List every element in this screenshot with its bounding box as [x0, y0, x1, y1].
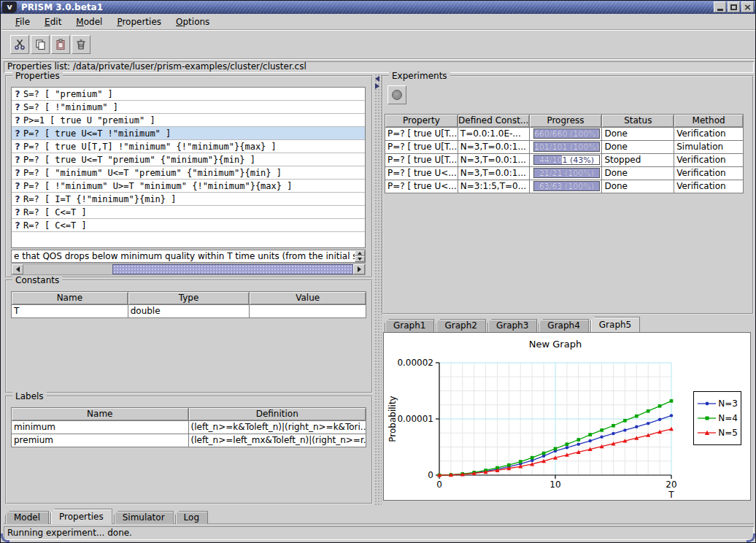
column-header[interactable]: Type	[128, 292, 250, 305]
status-bar: Running experiment... done.	[4, 526, 754, 540]
minimize-button[interactable]	[714, 1, 726, 12]
table-cell: minimum	[12, 421, 189, 434]
collapse-right-icon[interactable]	[375, 83, 379, 89]
scrollbar-track[interactable]	[23, 264, 353, 274]
cut-button[interactable]	[10, 35, 29, 54]
app-window: v PRISM 3.0.beta1 × FileEditModelPropert…	[0, 0, 756, 543]
tab-graph5[interactable]: Graph5	[590, 317, 640, 332]
column-header[interactable]: Property	[385, 115, 458, 128]
graph-panel: Graph1Graph2Graph3Graph4Graph5 00.000010…	[382, 316, 754, 504]
graph-tabrow: Graph1Graph2Graph3Graph4Graph5	[385, 316, 641, 332]
table-cell: P=? [ true U[T...	[385, 154, 458, 167]
property-text: P=? [ true U[T,T] !"minimum" {!"minimum"…	[23, 142, 277, 152]
legend-marker-icon	[697, 429, 716, 436]
table-cell: Verification	[674, 128, 744, 141]
close-button[interactable]: ×	[741, 1, 754, 12]
menu-item-edit[interactable]: Edit	[38, 15, 68, 28]
table-cell: P=? [ true U[T...	[385, 128, 458, 141]
property-question-icon: ?	[12, 142, 23, 152]
view-tabrow: ModelPropertiesSimulatorLog	[5, 509, 209, 524]
copy-button[interactable]	[31, 35, 50, 54]
label-row[interactable]: premium(left_n>=left_mx&Toleft_n)|(right…	[12, 434, 366, 447]
table-cell: N=3,T=0.0:1...	[458, 167, 530, 180]
column-header[interactable]: Name	[12, 408, 189, 421]
split-divider[interactable]	[374, 74, 382, 506]
window-menu-icon[interactable]: v	[2, 1, 17, 13]
window-resize-corner[interactable]	[747, 534, 755, 542]
progress-bar: 660/660 (100%)660/660 (100%)	[533, 128, 601, 139]
scrollbar-thumb[interactable]	[112, 264, 353, 274]
experiment-row[interactable]: P=? [ true U<...N=3:1:5,T=0...63/63 (100…	[385, 180, 744, 193]
scroll-left-button[interactable]	[12, 264, 23, 274]
experiment-row[interactable]: P=? [ true U<...N=3,T=0.0:1...21/21 (100…	[385, 167, 744, 180]
comment-spinner-up-button[interactable]	[355, 250, 365, 256]
collapse-left-icon[interactable]	[375, 76, 379, 82]
tab-log[interactable]: Log	[175, 511, 208, 524]
chevron-down-icon	[358, 258, 362, 261]
experiment-row[interactable]: P=? [ true U[T...N=3,T=0.0:1...101/101 (…	[385, 141, 744, 154]
svg-text:0: 0	[436, 480, 442, 490]
progress-text-overlay: 660/660 (100%)	[534, 129, 600, 138]
comment-spinner	[355, 250, 365, 262]
tab-graph1[interactable]: Graph1	[385, 319, 434, 332]
scroll-right-button[interactable]	[353, 264, 365, 274]
property-comment-field[interactable]: e that QOS drops below minimum quality w…	[11, 250, 366, 263]
paste-button[interactable]	[51, 35, 70, 54]
property-row[interactable]: ?P=? [ true U<=T !"minimum" ]	[12, 127, 365, 140]
property-row[interactable]: ?S=? [ "premium" ]	[12, 88, 365, 101]
column-header[interactable]: Value	[250, 292, 366, 305]
tab-simulator[interactable]: Simulator	[114, 511, 174, 524]
column-header[interactable]: Name	[12, 292, 128, 305]
tab-properties[interactable]: Properties	[50, 509, 112, 524]
menu-item-model[interactable]: Model	[69, 15, 109, 28]
property-row[interactable]: ?S=? [ !"minimum" ]	[12, 101, 365, 114]
constants-table: NameTypeValueTdouble	[11, 291, 366, 318]
property-row[interactable]: ?P>=1 [ true U "premium" ]	[12, 114, 365, 127]
experiment-row[interactable]: P=? [ true U[T...T=0.0:1.0E-...660/660 (…	[385, 128, 744, 141]
tab-model[interactable]: Model	[5, 511, 49, 524]
property-row[interactable]: ?R=? [ C<=T ]	[12, 219, 365, 232]
column-header[interactable]: Status	[602, 115, 674, 128]
menu-item-file[interactable]: File	[9, 15, 36, 28]
legend-label: N=3	[718, 398, 738, 409]
menu-item-properties[interactable]: Properties	[110, 15, 168, 28]
delete-button[interactable]	[72, 35, 90, 54]
comment-spinner-down-button[interactable]	[355, 256, 365, 262]
table-cell: T=0.0:1.0E-...	[458, 128, 530, 141]
experiment-row[interactable]: P=? [ true U[T...N=3,T=0.0:1...44/101 (4…	[385, 154, 744, 167]
property-row[interactable]: ?R=? [ C<=T ]	[12, 206, 365, 219]
experiments-group-title: Experiments	[389, 71, 450, 81]
column-header[interactable]: Progress	[530, 115, 603, 128]
menu-item-options[interactable]: Options	[169, 15, 216, 28]
property-row[interactable]: ?P=? [ "minimum" U<=T "premium" {"minimu…	[12, 166, 365, 180]
svg-text:T: T	[668, 490, 674, 500]
progress-bar: 63/63 (100%)63/63 (100%)	[533, 181, 601, 191]
label-row[interactable]: minimum(left_n>=k&Toleft_n)|(right_n>=k&…	[12, 421, 366, 434]
window-corner-left	[1, 534, 9, 542]
table-cell: T	[12, 305, 128, 318]
toolbar	[1, 31, 755, 59]
table-cell: Done	[602, 167, 674, 180]
property-question-icon: ?	[12, 155, 23, 165]
maximize-button[interactable]	[728, 1, 740, 12]
property-question-icon: ?	[12, 168, 23, 178]
properties-horizontal-scrollbar[interactable]	[11, 263, 366, 275]
constant-row[interactable]: Tdouble	[12, 305, 366, 318]
property-row[interactable]: ?P=? [ !"minimum" U>=T "minimum" {!"mini…	[12, 180, 365, 193]
column-header[interactable]: Method	[674, 115, 744, 128]
tab-graph2[interactable]: Graph2	[436, 319, 485, 332]
arrow-left-icon	[16, 266, 20, 272]
column-header[interactable]: Definition	[189, 408, 367, 421]
titlebar[interactable]: v PRISM 3.0.beta1 ×	[1, 1, 755, 14]
table-cell: Stopped	[602, 154, 674, 167]
table-cell: Verification	[674, 167, 744, 180]
properties-group-title: Properties	[12, 71, 63, 81]
property-row[interactable]: ?P=? [ true U<=T "premium" {"minimum"}{m…	[12, 153, 365, 166]
stop-experiment-button[interactable]	[387, 85, 406, 104]
tab-graph4[interactable]: Graph4	[539, 319, 588, 332]
table-cell	[250, 305, 366, 318]
property-row[interactable]: ?P=? [ true U[T,T] !"minimum" {!"minimum…	[12, 140, 365, 153]
property-row[interactable]: ?R=? [ I=T {!"minimum"}{min} ]	[12, 193, 365, 206]
column-header[interactable]: Defined Const...	[458, 115, 530, 128]
tab-graph3[interactable]: Graph3	[487, 319, 537, 332]
